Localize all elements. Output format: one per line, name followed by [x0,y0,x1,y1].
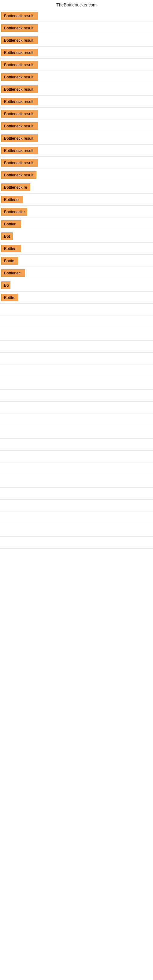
empty-row [0,377,153,390]
list-item: Bottleneck result [0,157,153,169]
bottleneck-result-badge[interactable]: Bottlene [1,196,23,204]
list-item: Bottleneck result [0,10,153,22]
empty-row [0,463,153,475]
bottleneck-result-badge[interactable]: Bottleneck result [1,98,38,105]
empty-row [0,488,153,500]
bottleneck-result-badge[interactable]: Bottleneck result [1,49,38,56]
list-item: Bo [0,279,153,291]
empty-row [0,390,153,402]
bottleneck-result-badge[interactable]: Bottleneck result [1,73,38,81]
list-item: Bottle [0,255,153,267]
list-item: Bot [0,230,153,243]
bottleneck-result-badge[interactable]: Bottleneck re [1,183,30,191]
list-item: Bottleneck result [0,71,153,83]
list-item: Bottlen [0,218,153,230]
list-item: Bottleneck result [0,120,153,132]
bottleneck-result-badge[interactable]: Bottleneck result [1,86,38,93]
bottleneck-result-badge[interactable]: Bo [1,282,10,289]
empty-row [0,328,153,340]
list-item: Bottlenec [0,267,153,279]
bottleneck-result-badge[interactable]: Bottleneck result [1,37,38,44]
empty-row [0,365,153,377]
bottleneck-result-badge[interactable]: Bottleneck result [1,134,38,142]
bottleneck-result-badge[interactable]: Bottleneck result [1,24,38,32]
list-item: Bottleneck result [0,46,153,59]
list-item: Bottleneck result [0,34,153,46]
list-item: Bottleneck result [0,108,153,120]
empty-row [0,414,153,426]
empty-row [0,304,153,316]
list-item: Bottleneck result [0,83,153,95]
bottleneck-result-badge[interactable]: Bottleneck result [1,171,37,179]
list-item: Bottleneck result [0,59,153,71]
bottleneck-result-badge[interactable]: Bottleneck result [1,122,38,130]
list-item: Bottleneck result [0,132,153,145]
bottleneck-result-badge[interactable]: Bottleneck r [1,208,27,216]
empty-row [0,316,153,328]
empty-row [0,500,153,512]
empty-row [0,340,153,353]
list-item: Bottleneck re [0,181,153,194]
bottleneck-result-badge[interactable]: Bottleneck result [1,12,38,20]
empty-row [0,439,153,451]
rows-container: Bottleneck resultBottleneck resultBottle… [0,10,153,549]
page-wrapper: TheBottlenecker.com Bottleneck resultBot… [0,0,153,549]
empty-row [0,426,153,439]
bottleneck-result-badge[interactable]: Bot [1,232,13,240]
empty-row [0,512,153,524]
list-item: Bottleneck r [0,206,153,218]
bottleneck-result-badge[interactable]: Bottleneck result [1,159,38,167]
list-item: Bottleneck result [0,22,153,34]
empty-row [0,524,153,536]
bottleneck-result-badge[interactable]: Bottleneck result [1,61,38,68]
bottleneck-result-badge[interactable]: Bottleneck result [1,147,38,154]
empty-row [0,353,153,365]
bottleneck-result-badge[interactable]: Bottlen [1,220,21,228]
bottleneck-result-badge[interactable]: Bottlenec [1,269,25,277]
empty-row [0,536,153,549]
bottleneck-result-badge[interactable]: Bottlen [1,245,21,252]
empty-row [0,402,153,414]
empty-row [0,475,153,488]
list-item: Bottlene [0,194,153,206]
site-title: TheBottlenecker.com [0,0,153,10]
bottleneck-result-badge[interactable]: Bottle [1,294,18,301]
list-item: Bottleneck result [0,95,153,108]
list-item: Bottleneck result [0,169,153,181]
list-item: Bottle [0,291,153,304]
list-item: Bottlen [0,243,153,255]
empty-row [0,451,153,463]
bottleneck-result-badge[interactable]: Bottleneck result [1,110,38,118]
list-item: Bottleneck result [0,145,153,157]
bottleneck-result-badge[interactable]: Bottle [1,257,18,265]
